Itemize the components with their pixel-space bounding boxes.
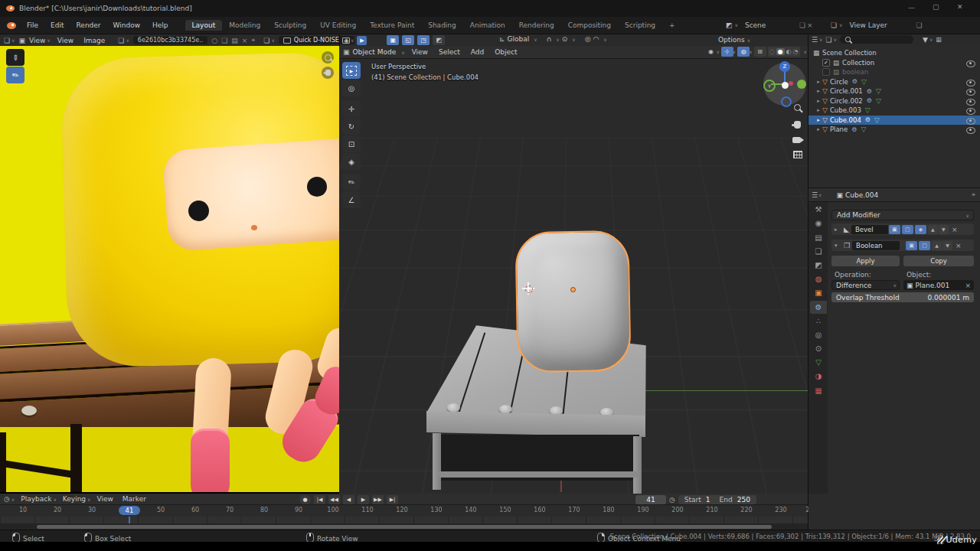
scene-selector[interactable]: Scene	[740, 20, 797, 30]
mesh-data-icon[interactable]: ▽	[865, 106, 871, 114]
image-zoom-button[interactable]	[322, 51, 334, 64]
image-datablock-icon[interactable]: ❏	[118, 37, 124, 44]
object-field[interactable]: ▣ Plane.001 ×	[903, 280, 974, 290]
tab-world[interactable]: ◍	[810, 272, 827, 285]
timeline-scrollbar-thumb[interactable]	[37, 525, 772, 529]
tab-render[interactable]: ◉	[810, 217, 827, 230]
modifier-bevel-header[interactable]: ▸ ◣ Bevel ▣ ▢ ◈ ▲ ▼ ×	[831, 223, 974, 235]
move-tool[interactable]: ✛	[342, 100, 361, 117]
outliner-row-cube-003[interactable]: ▸ ▽ Cube.003 ▽	[808, 106, 980, 116]
view-layer-selector[interactable]: View Layer	[844, 20, 913, 30]
stopwatch-icon[interactable]: ◷	[669, 496, 675, 504]
tab-layout[interactable]: Layout	[185, 20, 223, 31]
eye-icon[interactable]	[966, 127, 975, 134]
tab-shading[interactable]: Shading	[421, 20, 463, 31]
timeline-menu-marker[interactable]: Marker	[119, 495, 149, 503]
image-copy-icon[interactable]: ❏	[221, 37, 227, 44]
tab-object-data[interactable]: ▽	[810, 356, 827, 369]
shading-solid-icon[interactable]: ●	[776, 48, 785, 55]
eye-icon[interactable]	[966, 89, 975, 96]
select-mode-invert-icon[interactable]: ◩	[433, 35, 445, 45]
editor-type-timeline-icon[interactable]: ◷	[4, 495, 10, 503]
move-down-button[interactable]: ▼	[939, 225, 949, 234]
eye-icon[interactable]	[966, 80, 975, 86]
xray-box-icon[interactable]: ⊞	[754, 47, 766, 57]
move-up-button[interactable]: ▲	[932, 241, 942, 250]
bevel-name-field[interactable]: Bevel	[851, 225, 888, 234]
active-tool-icon[interactable]: ◈	[344, 37, 349, 44]
viewport-menu-view[interactable]: View	[408, 48, 432, 56]
scene-copy-icon[interactable]: ❏	[799, 21, 805, 29]
clear-object-icon[interactable]: ×	[965, 282, 971, 289]
rotate-tool[interactable]: ↻	[342, 118, 361, 135]
modifier-wrench-icon[interactable]: ⚙	[867, 88, 872, 95]
image-mode-icon[interactable]: ▣	[18, 37, 25, 44]
apply-button[interactable]: Apply	[831, 256, 900, 266]
options-button[interactable]: Options	[718, 36, 745, 44]
tab-compositing[interactable]: Compositing	[561, 20, 618, 31]
modifier-wrench-icon[interactable]: ⚙	[852, 78, 858, 85]
tab-rendering[interactable]: Rendering	[512, 20, 561, 31]
tab-modeling[interactable]: Modeling	[222, 20, 267, 31]
mesh-data-icon[interactable]: ▽	[861, 126, 866, 133]
tab-physics[interactable]: ◎	[810, 328, 827, 341]
gizmo-y-axis[interactable]: Y	[763, 80, 776, 92]
move-up-button[interactable]: ▲	[928, 225, 938, 234]
outliner-filter-icon[interactable]: ▼	[923, 36, 928, 44]
xray-toggle-icon[interactable]: ◍	[737, 47, 750, 57]
bevel-realtime-toggle[interactable]: ▢	[902, 225, 913, 234]
bevel-editmode-toggle[interactable]: ◈	[915, 225, 926, 234]
outliner-display-mode-icon[interactable]: ☰	[812, 36, 818, 44]
viewport-zoom-button[interactable]	[791, 101, 804, 114]
timeline-menu-playback[interactable]: Playback	[18, 495, 54, 503]
menu-help[interactable]: Help	[146, 21, 175, 29]
menu-file[interactable]: File	[21, 21, 44, 29]
outliner-row-circle-002[interactable]: ▸ ▽ Circle.002 ⚙ ▽	[808, 96, 980, 106]
scene-cube-selected[interactable]	[514, 230, 631, 373]
image-mode-value[interactable]: View	[29, 37, 45, 44]
viewport-menu-select[interactable]: Select	[435, 48, 464, 56]
new-collection-icon[interactable]: ⊞	[936, 36, 942, 44]
outliner-row-plane[interactable]: ▸ ▽ Plane ⚙ ▽	[808, 125, 980, 135]
record-button[interactable]: ●	[299, 495, 311, 504]
current-frame-field[interactable]: 41	[635, 495, 666, 504]
tab-material[interactable]: ◑	[810, 370, 827, 383]
eye-icon[interactable]	[966, 118, 975, 125]
tab-animation[interactable]: Animation	[463, 20, 512, 31]
shading-rendered-icon[interactable]: ◔	[793, 48, 799, 55]
end-value[interactable]: 250	[737, 496, 750, 504]
jump-to-end-button[interactable]: ▶|	[387, 495, 398, 504]
image-unlink-icon[interactable]: ○	[211, 37, 217, 44]
shading-wireframe-icon[interactable]: ◌	[769, 48, 775, 55]
boolean-name-field[interactable]: Boolean	[852, 241, 900, 250]
timeline-scrub-area[interactable]	[0, 517, 808, 523]
expand-icon[interactable]: ▸	[815, 117, 822, 123]
image-open-folder-icon[interactable]: ▤	[231, 37, 238, 44]
image-menu-view[interactable]: View	[54, 37, 77, 44]
move-down-button[interactable]: ▼	[942, 241, 952, 250]
add-modifier-button[interactable]: Add Modifier ∨	[831, 210, 974, 220]
transform-tool[interactable]: ◈	[342, 153, 361, 170]
tab-texture[interactable]: ▦	[810, 384, 827, 397]
node-tree-icon[interactable]: ❏	[263, 37, 270, 44]
editor-type-image-icon[interactable]: ❏	[4, 37, 10, 44]
view-layer-icon[interactable]: ❏	[831, 21, 837, 29]
gizmo-z-neg-axis[interactable]	[781, 96, 792, 107]
minimize-button[interactable]: —	[908, 4, 915, 11]
annotate-tool-button[interactable]: ✎	[6, 67, 24, 83]
mode-selector[interactable]: Object Mode	[353, 48, 397, 56]
viewport-pan-button[interactable]	[791, 118, 804, 131]
image-pan-button[interactable]	[322, 67, 334, 79]
view-layer-copy-icon[interactable]: ❏	[916, 21, 922, 29]
boolean-realtime-toggle[interactable]: ▢	[919, 241, 930, 250]
expand-icon[interactable]: ▸	[815, 79, 822, 85]
select-tool-indicator-icon[interactable]: ▶	[357, 36, 367, 45]
menu-render[interactable]: Render	[70, 21, 107, 29]
delete-modifier-icon[interactable]: ×	[956, 242, 962, 249]
modifier-boolean-header[interactable]: ▾ ❒ Boolean ▣ ▢ ▲ ▼ ×	[831, 240, 974, 251]
sample-tool-button[interactable]: ✎	[6, 49, 24, 66]
mesh-data-icon[interactable]: ▽	[874, 116, 880, 124]
quick-dnoise-button[interactable]: Quick D-NOISE	[279, 36, 354, 44]
scene-unlink-icon[interactable]: ×	[807, 21, 813, 29]
tab-particles[interactable]: ∴	[810, 315, 827, 328]
